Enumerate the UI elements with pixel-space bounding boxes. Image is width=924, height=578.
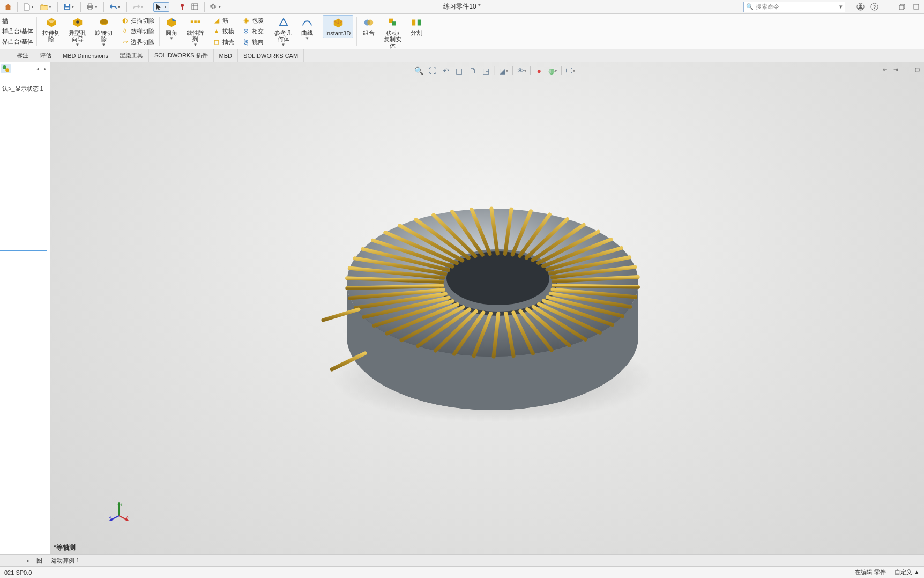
- feature-manager-content[interactable]: 认>_显示状态 1: [0, 75, 50, 554]
- mirror-button[interactable]: ⧎镜向: [240, 36, 265, 47]
- fillet-button[interactable]: 圆角 ▼: [163, 15, 180, 42]
- cursor-icon: [155, 3, 161, 11]
- triad-y-label: y: [121, 502, 123, 506]
- gw-collapse-right-button[interactable]: ⇥: [891, 64, 900, 74]
- annotation-icon: 🗋: [469, 66, 476, 75]
- tab-render-tools[interactable]: 渲染工具: [114, 49, 149, 62]
- unit-system-button[interactable]: 自定义 ▲: [895, 568, 920, 576]
- tab-evaluate[interactable]: 评估: [34, 49, 57, 62]
- tab-solidworks-addins[interactable]: SOLIDWORKS 插件: [149, 49, 214, 62]
- hole-wizard-button[interactable]: 异型孔 向导 ▼: [66, 15, 88, 48]
- triad-x-label: x: [126, 515, 129, 518]
- tab-features[interactable]: [0, 49, 11, 62]
- move-copy-body-button[interactable]: 移动/ 复制实 体: [382, 15, 404, 50]
- graphics-viewport[interactable]: y x z *等轴测: [50, 62, 924, 554]
- gw-minimize-button[interactable]: —: [901, 64, 911, 74]
- feature-tree-tab[interactable]: [1, 64, 11, 73]
- display-style-button[interactable]: ◪▾: [498, 65, 510, 77]
- revolved-cut-button[interactable]: 旋转切 除 ▼: [93, 15, 115, 48]
- maximize-window-button[interactable]: [910, 1, 922, 13]
- lofted-boss-item[interactable]: 样凸台/基体: [2, 27, 33, 35]
- svg-rect-2: [65, 7, 69, 9]
- reference-geometry-button[interactable]: 参考几 何体 ▼: [272, 15, 294, 48]
- chevron-down-icon: ▼: [169, 36, 174, 41]
- model-motion-tabs: ▸ 图 运动算例 1: [0, 554, 924, 566]
- boundary-cut-button[interactable]: ▱边界切除: [119, 36, 156, 47]
- undo-button[interactable]: ▼: [107, 1, 123, 13]
- linear-pattern-button[interactable]: 线性阵 列 ▼: [184, 15, 206, 48]
- print-button[interactable]: ▼: [84, 1, 100, 13]
- tab-solidworks-cam[interactable]: SOLIDWORKS CAM: [238, 49, 304, 62]
- minimize-window-button[interactable]: —: [882, 1, 894, 13]
- home-button[interactable]: [2, 1, 14, 13]
- bottom-tabs-scroll[interactable]: ▸: [2, 555, 32, 566]
- previous-view-icon: ↶: [443, 66, 449, 75]
- panel-tab-next-button[interactable]: ▸: [41, 64, 49, 73]
- wrap-button[interactable]: ◉包覆: [240, 15, 265, 26]
- redo-button[interactable]: ▼: [130, 1, 146, 13]
- file-properties-button[interactable]: [189, 1, 201, 13]
- open-document-button[interactable]: ▼: [38, 1, 54, 13]
- save-button[interactable]: ▼: [61, 1, 77, 13]
- dynamic-annotation-button[interactable]: 🗋: [467, 65, 479, 77]
- rebuild-button[interactable]: [176, 1, 188, 13]
- model-tab[interactable]: 图: [32, 555, 47, 566]
- boundary-boss-item[interactable]: 界凸台/基体: [2, 38, 33, 45]
- instant3d-button[interactable]: Instant3D: [323, 15, 353, 38]
- folder-open-icon: [40, 4, 48, 10]
- chevron-down-icon: ▼: [117, 5, 121, 9]
- shell-button[interactable]: ◻抽壳: [211, 36, 236, 47]
- combine-button[interactable]: 组合: [360, 15, 377, 37]
- command-search-input[interactable]: 🔍 搜索命令 ▾: [743, 2, 845, 12]
- panel-tab-prev-button[interactable]: ◂: [34, 64, 41, 73]
- options-button[interactable]: ▼: [208, 1, 224, 13]
- swept-boss-item[interactable]: 描: [2, 17, 33, 25]
- redo-icon: [133, 4, 140, 10]
- selection-tool-button[interactable]: ▼: [153, 2, 169, 12]
- motion-study-tab[interactable]: 运动算例 1: [47, 555, 84, 566]
- section-view-button[interactable]: ◫: [453, 65, 465, 77]
- monitor-icon: 🖵: [565, 66, 573, 75]
- restore-icon: [899, 4, 905, 10]
- curves-button[interactable]: 曲线 ▼: [299, 15, 316, 42]
- new-document-button[interactable]: ▼: [21, 1, 37, 13]
- editing-state-label: 在编辑 零件: [855, 568, 886, 576]
- chevron-down-icon: ▼: [102, 42, 106, 47]
- zoom-fit-button[interactable]: 🔍: [413, 65, 425, 77]
- restore-window-button[interactable]: [896, 1, 908, 13]
- extruded-cut-icon: [45, 16, 58, 29]
- zoom-area-icon: ⛶: [429, 66, 436, 75]
- tab-mbd-dimensions[interactable]: MBD Dimensions: [57, 49, 114, 62]
- rib-button[interactable]: ◢筋: [211, 15, 236, 26]
- tab-mbd[interactable]: MBD: [214, 49, 238, 62]
- shell-icon: ◻: [212, 38, 221, 46]
- help-icon: ?: [870, 3, 878, 11]
- main-area: ◂ ▸ 认>_显示状态 1: [0, 62, 924, 554]
- extruded-cut-button[interactable]: 拉伸切 除: [40, 15, 62, 43]
- section-view-icon: ◫: [456, 66, 463, 75]
- rollback-bar[interactable]: [0, 250, 47, 251]
- ribbon-toolbar: 描 样凸台/基体 界凸台/基体 拉伸切 除 异型孔 向导 ▼ 旋转切 除 ▼: [0, 14, 924, 49]
- chevron-down-icon: ▾: [555, 69, 557, 73]
- split-button[interactable]: 分割: [408, 15, 425, 37]
- intersect-button[interactable]: ⊗相交: [240, 26, 265, 36]
- chevron-down-icon: ▼: [305, 36, 309, 41]
- view-settings-button[interactable]: 🖵▾: [564, 65, 576, 77]
- orientation-triad[interactable]: y x z: [108, 501, 130, 522]
- help-button[interactable]: ?: [868, 1, 880, 13]
- tab-annotations[interactable]: 标注: [11, 49, 34, 62]
- chevron-down-icon: ▾: [524, 69, 526, 73]
- current-view-label: *等轴测: [54, 543, 76, 552]
- gw-collapse-left-button[interactable]: ⇤: [880, 64, 890, 74]
- previous-view-button[interactable]: ↶: [440, 65, 452, 77]
- edit-appearance-button[interactable]: ●: [533, 65, 545, 77]
- hide-show-button[interactable]: 👁▾: [516, 65, 527, 77]
- apply-scene-button[interactable]: ◍▾: [547, 65, 558, 77]
- zoom-area-button[interactable]: ⛶: [427, 65, 438, 77]
- gw-maximize-button[interactable]: ▢: [912, 64, 922, 74]
- swept-cut-button[interactable]: ◐扫描切除: [119, 15, 156, 26]
- view-orientation-button[interactable]: ◲: [480, 65, 492, 77]
- draft-button[interactable]: ▲拔模: [211, 26, 236, 36]
- lofted-cut-button[interactable]: ◊放样切除: [119, 26, 156, 36]
- user-account-button[interactable]: [854, 1, 866, 13]
